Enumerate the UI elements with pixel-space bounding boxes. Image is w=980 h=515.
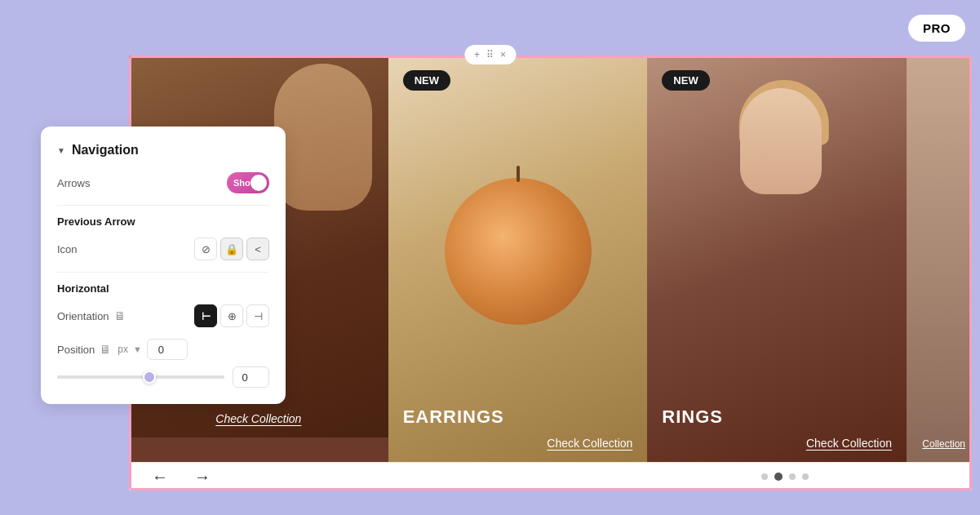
navigation-panel: ▼ Navigation Arrows Show Previous Arrow … (41, 127, 286, 404)
check-collection-link-2[interactable]: Check Collection (547, 437, 632, 450)
slider-thumb[interactable] (143, 371, 156, 384)
slider-track[interactable] (57, 375, 224, 379)
arrows-toggle[interactable]: Show (227, 172, 269, 193)
position-row: Position 🖥 px ▼ (57, 339, 269, 360)
icon-label: Icon (57, 243, 78, 255)
orientation-label: Orientation (57, 310, 109, 322)
slider-value-input[interactable] (233, 366, 269, 388)
position-unit: px (118, 344, 128, 355)
plus-icon[interactable]: + (474, 49, 480, 60)
orientation-row: Orientation 🖥 ⊢ ⊕ ⊣ (57, 304, 269, 327)
new-badge-slide-2: NEW (403, 70, 450, 91)
orient-left-btn[interactable]: ⊢ (194, 304, 217, 327)
carousel-dots (761, 473, 809, 481)
divider-1 (57, 205, 269, 206)
panel-title: Navigation (72, 143, 139, 158)
icon-buttons-group: ⊘ 🔒 < (194, 238, 269, 260)
unit-dropdown-icon[interactable]: ▼ (133, 344, 142, 354)
slide-2: NEW EARRINGS Check Collection (388, 55, 648, 462)
position-label: Position (57, 344, 95, 356)
new-badge-slide-3: NEW (662, 70, 709, 91)
grid-icon[interactable]: ⠿ (486, 49, 494, 60)
toolbar-bar: + ⠿ × (464, 45, 516, 64)
check-collection-link-1[interactable]: Check Collection (215, 412, 301, 425)
horizontal-label: Horizontal (57, 282, 269, 295)
panel-header: ▼ Navigation (57, 143, 269, 158)
next-arrow-button[interactable]: → (188, 467, 217, 486)
monitor-icon: 🖥 (114, 309, 126, 322)
slider-fill (57, 375, 149, 379)
dot-3[interactable] (789, 473, 796, 480)
divider-2 (57, 272, 269, 273)
icon-row: Icon ⊘ 🔒 < (57, 238, 269, 260)
panel-chevron-icon[interactable]: ▼ (57, 146, 65, 155)
close-icon[interactable]: × (500, 49, 506, 60)
slide-3-background: NEW RINGS Check Collection (647, 55, 907, 462)
check-collection-link-4[interactable]: Collection (913, 438, 965, 450)
dot-2[interactable] (774, 473, 783, 481)
position-input[interactable] (147, 339, 188, 360)
slide-4: Collection (907, 55, 972, 462)
icon-btn-cancel[interactable]: ⊘ (194, 238, 217, 260)
slide-3-label: RINGS (662, 406, 723, 428)
position-monitor-icon: 🖥 (100, 343, 111, 356)
slide-3: NEW RINGS Check Collection (647, 55, 907, 462)
slider-row (57, 366, 269, 388)
toggle-knob (251, 175, 267, 191)
icon-btn-lock[interactable]: 🔒 (220, 238, 243, 260)
slide-4-background: Collection (907, 55, 972, 462)
previous-arrow-label: Previous Arrow (57, 215, 269, 228)
arrows-label: Arrows (57, 177, 90, 189)
orient-center-btn[interactable]: ⊕ (220, 304, 243, 327)
dot-1[interactable] (761, 473, 768, 480)
prev-arrow-button[interactable]: ← (145, 467, 175, 486)
peach-decoration (445, 178, 592, 325)
icon-btn-arrow[interactable]: < (246, 238, 269, 260)
orient-right-btn[interactable]: ⊣ (246, 304, 269, 327)
check-collection-link-3[interactable]: Check Collection (806, 437, 892, 450)
slide-2-label: EARRINGS (403, 406, 504, 428)
hand-decoration (274, 64, 372, 211)
canvas-bottom: ← → (129, 462, 972, 491)
pro-badge: PRO (908, 15, 965, 42)
slide-2-background: NEW EARRINGS Check Collection (388, 55, 648, 462)
woman-head-decoration (740, 88, 822, 194)
dot-4[interactable] (802, 473, 809, 480)
orientation-buttons: ⊢ ⊕ ⊣ (194, 304, 269, 327)
arrows-row: Arrows Show (57, 172, 269, 193)
